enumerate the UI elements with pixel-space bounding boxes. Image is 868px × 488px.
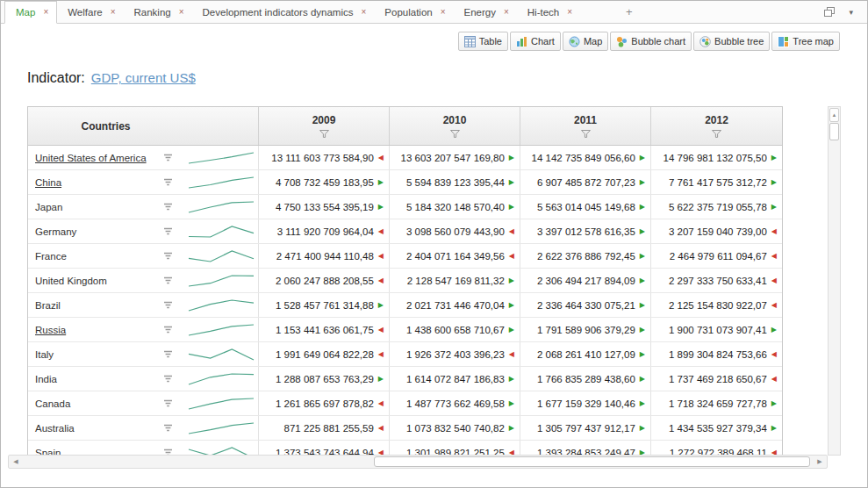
scroll-up-button[interactable]: ▲ xyxy=(829,108,839,122)
add-tab-button[interactable]: + xyxy=(617,1,642,23)
tab-close-icon[interactable]: × xyxy=(441,8,446,17)
tab-welfare[interactable]: Welfare× xyxy=(57,1,123,23)
tab-close-icon[interactable]: × xyxy=(361,8,366,17)
value-cell-2010: 2 128 547 169 811,32▶ xyxy=(390,269,520,292)
tab-bar: Map×Welfare×Ranking×Development indicato… xyxy=(1,1,867,24)
gdp-value: 1 438 600 658 710,67 xyxy=(406,325,505,335)
value-cell-2010: 5 184 320 148 570,40▶ xyxy=(390,195,520,219)
gdp-value: 1 305 797 437 912,17 xyxy=(537,423,635,434)
year-column-header-2009[interactable]: 2009 xyxy=(259,107,390,145)
row-filter-icon[interactable] xyxy=(163,301,173,309)
vertical-scroll-thumb[interactable] xyxy=(829,123,839,140)
year-column-header-2012[interactable]: 2012 xyxy=(651,107,782,145)
tab-close-icon[interactable]: × xyxy=(567,8,572,17)
view-buttons: TableChartMapBubble chartBubble treeTree… xyxy=(458,32,840,51)
value-cell-2010: 1 926 372 403 396,23◀ xyxy=(390,342,520,366)
tab-ranking[interactable]: Ranking× xyxy=(123,1,191,23)
tree-map-icon xyxy=(778,36,789,47)
value-cell-2012: 2 125 154 830 922,07◀ xyxy=(651,293,782,317)
tab-close-icon[interactable]: × xyxy=(43,8,48,17)
year-column-header-2011[interactable]: 2011 xyxy=(520,107,651,145)
table-row-united-kingdom: United Kingdom2 060 247 888 208,55◀2 128… xyxy=(28,269,782,293)
trend-down-icon: ◀ xyxy=(509,351,514,358)
row-filter-icon[interactable] xyxy=(163,424,173,432)
trend-up-icon: ▶ xyxy=(378,376,384,383)
table-row-australia: Australia871 225 881 255,59◀1 073 832 54… xyxy=(28,416,782,441)
table-row-china: China4 708 732 459 183,95▶5 594 839 123 … xyxy=(28,170,782,195)
data-table: Countries 2009 2010 2011 2012 United Sta… xyxy=(27,106,783,456)
tab-hi-tech[interactable]: Hi-tech× xyxy=(517,1,580,23)
value-cell-2011: 1 766 835 289 438,60▶ xyxy=(520,367,651,391)
year-column-header-2010[interactable]: 2010 xyxy=(390,107,520,145)
row-filter-icon[interactable] xyxy=(163,178,173,186)
value-cell-2009: 2 471 400 944 110,48◀ xyxy=(259,244,390,268)
tab-energy[interactable]: Energy× xyxy=(454,1,517,23)
trend-down-icon: ◀ xyxy=(509,253,514,260)
filter-icon[interactable] xyxy=(450,130,460,138)
row-filter-icon[interactable] xyxy=(163,227,173,235)
gdp-value: 13 603 207 547 169,80 xyxy=(401,153,505,163)
filter-icon[interactable] xyxy=(712,130,721,138)
filter-icon[interactable] xyxy=(319,130,329,138)
restore-window-icon[interactable] xyxy=(824,7,835,17)
row-filter-icon[interactable] xyxy=(163,154,173,161)
indicator-link[interactable]: GDP, current US$ xyxy=(91,70,196,85)
map-view-button[interactable]: Map xyxy=(563,32,608,51)
horizontal-scroll-thumb[interactable] xyxy=(374,456,810,467)
gdp-value: 3 098 560 079 443,90 xyxy=(406,226,505,237)
row-filter-icon[interactable] xyxy=(163,276,173,284)
scroll-left-button[interactable]: ◀ xyxy=(10,456,22,467)
horizontal-scrollbar[interactable]: ◀ ▶ xyxy=(8,455,828,469)
bubble-tree-view-button[interactable]: Bubble tree xyxy=(693,32,770,51)
tab-development-indicators-dynamics[interactable]: Development indicators dynamics× xyxy=(192,1,375,23)
country-link[interactable]: United States of America xyxy=(35,153,147,163)
row-filter-icon[interactable] xyxy=(163,375,173,383)
tab-close-icon[interactable]: × xyxy=(179,8,184,17)
trend-down-icon: ◀ xyxy=(378,327,384,334)
gdp-value: 2 306 494 217 894,09 xyxy=(537,276,635,286)
gdp-value: 14 796 981 132 075,50 xyxy=(664,153,767,163)
window-menu-icon[interactable]: ▾ xyxy=(849,8,853,17)
row-filter-icon[interactable] xyxy=(163,399,173,407)
gdp-value: 871 225 881 255,59 xyxy=(284,423,374,434)
vertical-scrollbar[interactable]: ▲ xyxy=(828,106,841,456)
countries-column-header[interactable]: Countries xyxy=(28,107,183,145)
row-filter-icon[interactable] xyxy=(163,350,173,358)
filter-icon[interactable] xyxy=(581,130,591,138)
view-button-label: Bubble tree xyxy=(714,36,764,47)
tab-close-icon[interactable]: × xyxy=(111,8,116,17)
tree-map-view-button[interactable]: Tree map xyxy=(771,32,840,51)
tab-population[interactable]: Population× xyxy=(374,1,453,23)
table-view-button[interactable]: Table xyxy=(458,32,508,51)
trend-up-icon: ▶ xyxy=(640,376,645,383)
tab-label: Welfare xyxy=(68,7,102,18)
row-filter-icon[interactable] xyxy=(163,203,173,211)
value-cell-2011: 14 142 735 849 056,60▶ xyxy=(520,146,651,169)
gdp-value: 13 111 603 773 584,90 xyxy=(271,153,374,163)
value-cell-2012: 3 207 159 040 739,00◀ xyxy=(651,219,782,243)
chart-view-button[interactable]: Chart xyxy=(510,32,561,51)
tab-close-icon[interactable]: × xyxy=(504,8,509,17)
gdp-value: 3 111 920 709 964,04 xyxy=(277,226,374,237)
row-filter-icon[interactable] xyxy=(163,326,173,334)
gdp-value: 1 153 441 636 061,75 xyxy=(276,325,374,335)
gdp-value: 1 991 649 064 822,28 xyxy=(276,349,374,360)
country-label: France xyxy=(35,251,67,262)
gdp-value: 2 471 400 944 110,48 xyxy=(276,251,374,262)
country-label: Italy xyxy=(35,349,54,360)
gdp-value: 1 791 589 906 379,29 xyxy=(537,325,635,335)
row-filter-icon[interactable] xyxy=(163,252,173,260)
country-link[interactable]: Russia xyxy=(35,325,66,335)
gdp-value: 1 261 865 697 878,82 xyxy=(276,398,374,409)
value-cell-2011: 5 563 014 045 149,68▶ xyxy=(520,195,651,219)
value-cell-2010: 1 438 600 658 710,67▶ xyxy=(390,318,520,341)
sparkline xyxy=(183,170,259,194)
trend-down-icon: ◀ xyxy=(771,228,777,235)
tab-map[interactable]: Map× xyxy=(4,1,57,24)
table-row-japan: Japan4 750 133 554 395,19▶5 184 320 148 … xyxy=(28,195,782,219)
bubble-chart-view-button[interactable]: Bubble chart xyxy=(610,32,692,51)
gdp-value: 1 899 304 824 753,66 xyxy=(669,349,767,360)
scroll-right-button[interactable]: ▶ xyxy=(814,456,826,467)
view-button-label: Tree map xyxy=(793,36,834,47)
country-link[interactable]: China xyxy=(35,177,61,188)
